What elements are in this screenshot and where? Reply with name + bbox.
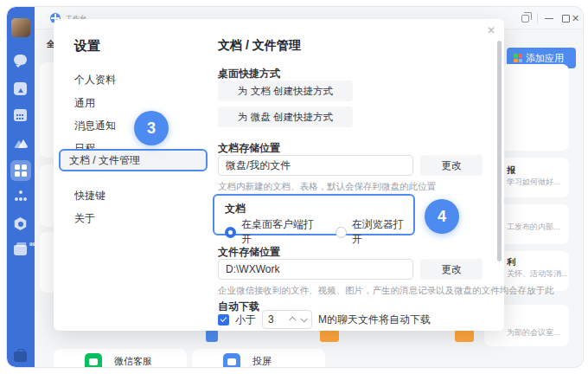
settings-content: 文档 / 文件管理 桌面快捷方式 为 文档 创建快捷方式 为 微盘 创建快捷方式… xyxy=(218,19,504,331)
doc-location-label: 文档存储位置 xyxy=(218,141,280,156)
wedrive-mountains-icon[interactable] xyxy=(7,136,35,150)
send-arrow-icon[interactable] xyxy=(7,82,35,96)
auto-download-row: 小于 3 M的聊天文件将自动下载 xyxy=(218,310,431,329)
menu-item-label: 文档 / 文件管理 xyxy=(69,153,140,168)
size-stepper[interactable]: 3 xyxy=(262,310,312,329)
minimize-button[interactable] xyxy=(545,7,553,29)
admin-hexagon-icon[interactable] xyxy=(7,217,35,231)
stepper-up-icon[interactable] xyxy=(289,316,296,323)
file-location-label: 文件存储位置 xyxy=(218,245,280,260)
step-badge-4: 4 xyxy=(425,199,459,234)
create-doc-shortcut-button[interactable]: 为 文档 创建快捷方式 xyxy=(218,81,353,101)
file-location-input[interactable] xyxy=(218,259,413,280)
calendar-icon[interactable] xyxy=(7,109,35,123)
radio-open-in-client-label: 在桌面客户端打开 xyxy=(241,217,323,247)
stepper-down-icon[interactable] xyxy=(300,315,307,322)
avatar[interactable] xyxy=(7,18,35,37)
radio-open-in-browser-label: 在浏览器打开 xyxy=(352,217,413,247)
card-title-fragment: 利 xyxy=(507,256,569,268)
auto-download-prefix: 小于 xyxy=(235,313,256,327)
maximize-button[interactable] xyxy=(562,7,570,29)
card-text-fragment: 关怀、活动等消... xyxy=(507,268,569,280)
chat-icon[interactable] xyxy=(7,55,35,68)
menu-item-notifications[interactable]: 消息通知 xyxy=(74,119,116,133)
desktop-shortcut-label: 桌面快捷方式 xyxy=(218,67,280,81)
inbox-tray-icon[interactable]: 99+ xyxy=(7,245,35,259)
menu-item-about[interactable]: 关于 xyxy=(74,211,95,226)
settings-menu: 设置 个人资料 通用 消息通知 日程 文档 / 文件管理 快捷键 关于 xyxy=(54,19,218,331)
settings-modal: ✕ 设置 个人资料 通用 消息通知 日程 文档 / 文件管理 快捷键 关于 文档… xyxy=(54,19,504,331)
app-tile-fragment xyxy=(320,330,339,342)
radio-open-in-client-selected[interactable] xyxy=(225,227,236,238)
menu-item-general[interactable]: 通用 xyxy=(74,96,95,111)
menu-item-shortcuts[interactable]: 快捷键 xyxy=(74,189,105,203)
app-tile-fragment xyxy=(206,330,218,342)
workbench-grid-icon-active[interactable] xyxy=(7,160,35,181)
doc-open-highlight-box: 文档 在桌面客户端打开 在浏览器打开 xyxy=(213,194,415,235)
org-chart-icon[interactable] xyxy=(7,190,35,204)
add-app-label: 添加应用 xyxy=(526,52,564,65)
menu-item-profile[interactable]: 个人资料 xyxy=(74,73,116,87)
file-location-change-button[interactable]: 更改 xyxy=(420,259,483,280)
card-text-fragment: 学习如何做好... xyxy=(507,177,569,188)
card-text-fragment: 为部的会议室... xyxy=(507,327,569,339)
card-text-fragment: 工发布的内部... xyxy=(507,222,569,233)
doc-location-input[interactable] xyxy=(218,155,413,176)
colorful-grid-icon xyxy=(514,54,522,62)
step-badge-3: 3 xyxy=(134,111,169,145)
wechat-service-icon xyxy=(85,353,102,368)
app-card-screencast[interactable]: 投屏 xyxy=(192,349,325,367)
card-title-fragment: 报 xyxy=(507,164,569,177)
settings-title: 设置 xyxy=(74,38,100,55)
menu-item-doc-file-management-selected[interactable]: 文档 / 文件管理 xyxy=(59,149,208,171)
auto-download-checkbox-checked[interactable] xyxy=(218,314,229,326)
app-card-label: 微信客服 xyxy=(114,355,152,367)
popout-window-button[interactable] xyxy=(521,7,529,29)
sidebar: 99+ xyxy=(7,7,35,367)
titlebar-divider xyxy=(537,7,538,29)
modal-scrollbar-thumb[interactable] xyxy=(497,41,502,261)
auto-download-suffix: M的聊天文件将自动下载 xyxy=(318,313,431,327)
briefcase-icon[interactable] xyxy=(7,351,35,365)
doc-location-change-button[interactable]: 更改 xyxy=(420,155,483,176)
file-location-hint: 企业微信接收到的文件、视频、图片，产生的消息记录以及微盘的文件均会存放于此 xyxy=(218,285,554,297)
create-drive-shortcut-button[interactable]: 为 微盘 创建快捷方式 xyxy=(218,106,353,127)
app-card-wechat-service[interactable]: 微信客服 xyxy=(54,349,187,367)
size-value: 3 xyxy=(268,313,285,326)
unread-count-badge: 99+ xyxy=(29,242,38,247)
screencast-icon xyxy=(223,353,240,368)
close-window-button[interactable]: ✕ xyxy=(572,7,583,29)
radio-open-in-browser[interactable] xyxy=(336,227,347,238)
doc-open-label: 文档 xyxy=(225,202,246,216)
app-tile-fragment xyxy=(455,330,474,342)
content-heading: 文档 / 文件管理 xyxy=(218,38,301,54)
doc-location-hint: 文档内新建的文档、表格，默认会保存到微盘的此位置 xyxy=(218,181,436,193)
app-card-label: 投屏 xyxy=(252,355,272,367)
